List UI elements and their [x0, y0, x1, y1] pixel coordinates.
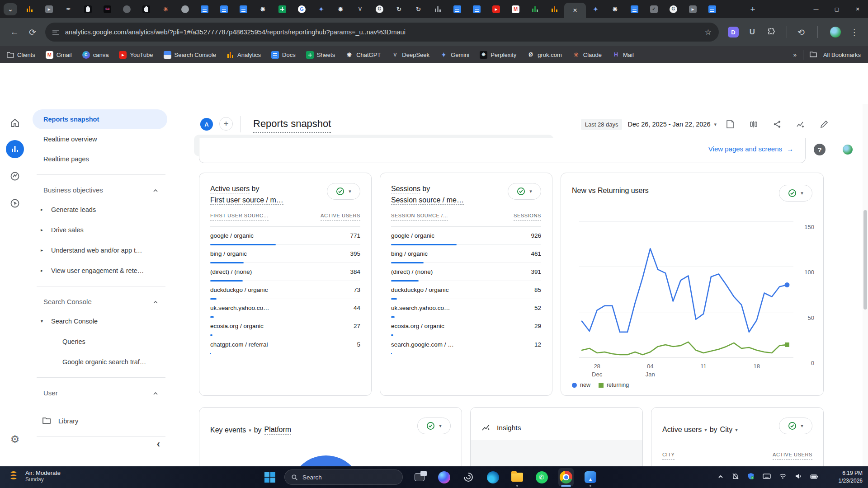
tab-favicon-gemini[interactable]: ✦	[592, 5, 599, 13]
tab-favicon-oval-dark[interactable]	[84, 5, 92, 13]
tab-favicon-globe-dark[interactable]	[123, 5, 131, 13]
view-pages-link[interactable]: View pages and screens →	[708, 145, 793, 153]
browser-tab[interactable]: G	[292, 0, 311, 18]
tab-favicon-checkbox[interactable]: ✓	[650, 5, 658, 13]
data-quality-pill[interactable]: ▾	[327, 183, 360, 200]
page-scrollbar[interactable]	[863, 104, 868, 466]
tab-favicon-youtube[interactable]: ▶	[492, 5, 500, 13]
weather-widget[interactable]: Air: Moderate Sunday	[6, 469, 61, 483]
bookmark-search-console[interactable]: Search Console	[164, 51, 217, 59]
sidebar-item-drive-sales[interactable]: ▸Drive sales	[31, 220, 171, 240]
bookmark-star-icon[interactable]: ☆	[705, 28, 712, 37]
maximize-button[interactable]: ▢	[826, 0, 847, 18]
bookmark-deepseek[interactable]: VDeepSeek	[391, 51, 429, 59]
browser-tab[interactable]: ❋	[331, 0, 350, 18]
bookmark-grok-com[interactable]: Øgrok.com	[527, 51, 561, 59]
sidebar-item-generate-leads[interactable]: ▸Generate leads	[31, 199, 171, 220]
browser-tab[interactable]	[20, 0, 39, 18]
all-bookmarks-label[interactable]: All Bookmarks	[823, 52, 861, 58]
browser-tab[interactable]: G	[370, 0, 389, 18]
browser-tab[interactable]	[625, 0, 644, 18]
table-row[interactable]: search.google.com / …12	[391, 335, 541, 353]
sidebar-item-realtime-pages[interactable]: Realtime pages	[31, 149, 171, 169]
browser-tab[interactable]: ✓	[644, 0, 664, 18]
extension-badge-icon[interactable]	[843, 145, 853, 155]
tab-search-button[interactable]: ⌄	[4, 3, 17, 15]
tab-favicon-oval-dark[interactable]	[142, 5, 150, 13]
chevron-down-icon[interactable]: ▾	[249, 427, 251, 433]
tab-favicon-gemini[interactable]: ✦	[317, 5, 325, 13]
chevron-down-icon[interactable]: ▾	[735, 427, 738, 433]
minimize-button[interactable]: —	[806, 0, 826, 18]
browser-tab[interactable]	[234, 0, 253, 18]
chevron-down-icon[interactable]: ▾	[704, 427, 707, 433]
browser-tab[interactable]	[137, 0, 156, 18]
tab-favicon-globe[interactable]	[181, 5, 189, 13]
sidebar-item-user[interactable]: User	[31, 383, 171, 402]
browser-tab[interactable]: ❋	[605, 0, 625, 18]
browser-tab[interactable]	[273, 0, 292, 18]
bookmark-docs[interactable]: Docs	[271, 51, 296, 59]
chevron-up-icon[interactable]	[153, 298, 158, 305]
history-icon[interactable]: ⟲	[793, 18, 809, 46]
tab-favicon-g-circle[interactable]: G	[376, 5, 383, 13]
browser-menu-icon[interactable]: ⋮	[846, 18, 863, 46]
browser-tab[interactable]: S3	[98, 0, 117, 18]
tab-favicon-claude[interactable]: ✳	[162, 5, 170, 13]
tray-chevron-up-icon[interactable]	[717, 473, 724, 481]
date-range-chip[interactable]: Last 28 days	[581, 119, 623, 130]
table-row[interactable]: chatgpt.com / referral5	[210, 335, 360, 353]
active-tab[interactable]: ✕	[564, 3, 586, 18]
tab-favicon-refresh[interactable]: ↻	[415, 5, 422, 13]
taskbar-search[interactable]: Search	[284, 469, 403, 485]
browser-tab[interactable]: V	[350, 0, 370, 18]
file-explorer-icon[interactable]	[509, 468, 525, 486]
sidebar-item-library[interactable]: Library	[31, 411, 171, 431]
reports-icon[interactable]	[6, 140, 24, 158]
browser-tab[interactable]	[545, 0, 564, 18]
browser-tab[interactable]: ▶	[39, 0, 59, 18]
browser-tab[interactable]: ✳	[156, 0, 175, 18]
tab-favicon-refresh[interactable]: ↻	[395, 5, 403, 13]
edit-pencil-icon[interactable]	[814, 115, 834, 133]
sidebar-item-search-console[interactable]: Search Console	[31, 292, 171, 311]
share-icon[interactable]	[767, 115, 787, 133]
browser-tab[interactable]	[467, 0, 486, 18]
tab-favicon-docs[interactable]	[453, 5, 461, 13]
help-icon[interactable]: ?	[814, 144, 826, 155]
new-tab-button[interactable]: +	[747, 4, 759, 15]
insights-sparkline-icon[interactable]	[791, 115, 811, 133]
browser-tab[interactable]	[525, 0, 545, 18]
add-comparison-button[interactable]: +	[219, 117, 233, 131]
comparison-icon[interactable]	[744, 115, 764, 133]
sidebar-item-search-console[interactable]: ▾Search Console	[31, 311, 171, 331]
bookmark-sheets[interactable]: Sheets	[306, 51, 335, 59]
sidebar-item-reports-snapshot[interactable]: Reports snapshot	[33, 109, 167, 129]
tab-favicon-g-circle[interactable]: G	[670, 5, 677, 13]
table-row[interactable]: bing / organic461	[391, 245, 541, 263]
photos-icon[interactable]: ▲	[583, 468, 598, 486]
notes-icon[interactable]	[720, 115, 740, 133]
data-quality-pill[interactable]: ▾	[779, 418, 812, 434]
table-row[interactable]: uk.search.yahoo.co…52	[391, 299, 541, 317]
data-quality-pill[interactable]: ▾	[508, 183, 541, 200]
browser-tab[interactable]: ↻	[409, 0, 428, 18]
copilot-icon[interactable]	[436, 468, 452, 486]
tab-favicon-docs[interactable]	[201, 5, 208, 13]
site-settings-icon[interactable]	[52, 29, 59, 35]
table-row[interactable]: (direct) / (none)391	[391, 263, 541, 281]
browser-tab[interactable]	[703, 0, 722, 18]
table-row[interactable]: (direct) / (none)384	[210, 263, 360, 281]
table-row[interactable]: google / organic926	[391, 227, 541, 245]
app-spiral-icon[interactable]	[461, 468, 476, 486]
avatar[interactable]: A	[200, 118, 213, 131]
tab-favicon-chatgpt[interactable]: ❋	[259, 5, 267, 13]
browser-tab[interactable]: ↻	[389, 0, 409, 18]
bookmark-gemini[interactable]: ✦Gemini	[440, 51, 469, 59]
volume-icon[interactable]	[795, 473, 802, 481]
browser-tab[interactable]: M	[506, 0, 525, 18]
bookmark-youtube[interactable]: ▶YouTube	[119, 51, 153, 59]
address-bar[interactable]: analytics.google.com/analytics/web/?pli=…	[45, 23, 719, 42]
date-range[interactable]: Dec 26, 2025 - Jan 22, 2026	[627, 121, 710, 128]
close-button[interactable]: ✕	[847, 0, 868, 18]
